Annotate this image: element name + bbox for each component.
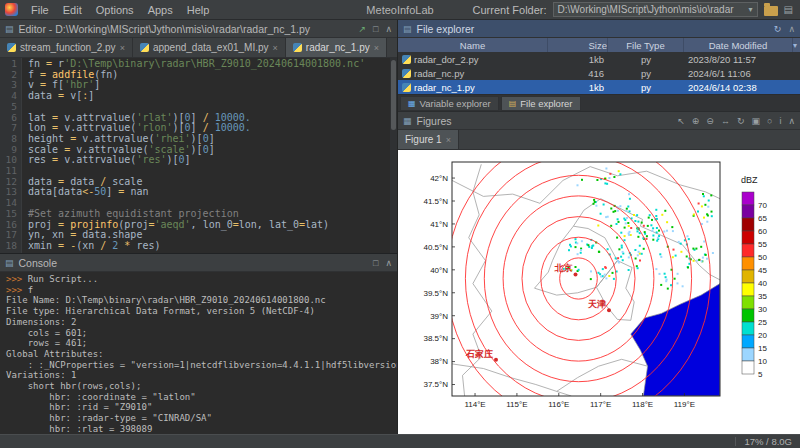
code-token: )[ [191,144,203,155]
column-header-date-modified[interactable]: Date Modified [684,38,793,52]
close-icon[interactable]: × [374,43,379,53]
close-icon[interactable]: × [120,43,125,53]
menu-options[interactable]: Options [89,0,141,20]
refresh-icon[interactable]: ↻ [774,24,782,34]
radar-echo [670,284,672,286]
maximize-panel-icon[interactable]: □ [373,258,378,268]
console-line: hbr: :radar-type = "CINRAD/SA" [6,413,397,424]
code-token: ] [191,122,203,133]
file-type-cell: py [608,66,684,80]
file-row-radar_nc.py[interactable]: radar_nc.py416py2024/6/1 11:06 [398,66,800,80]
chevron-down-icon[interactable]: ▾ [749,5,753,14]
zoom-out-icon[interactable]: ⊖ [706,116,714,126]
rotate-icon[interactable]: ↻ [737,116,745,126]
code-token: )[ [167,154,179,165]
code-token: = [58,176,70,187]
radar-echo [674,278,676,280]
collapse-panel-icon[interactable]: ∧ [385,24,392,34]
x-tick-label: 116°E [548,400,569,409]
x-tick-label: 119°E [674,400,695,409]
radar-echo [628,269,630,271]
colorbar-cell [742,244,754,257]
table-settings-icon[interactable]: ▾ [793,41,800,50]
figure-canvas[interactable]: 北京天津石家庄114°E115°E116°E117°E118°E119°E42°… [398,150,800,434]
editor-title-bar: ▤ Editor - D:\Working\MIScript\Jython\mi… [0,20,397,38]
radar-echo [693,214,695,216]
collapse-panel-icon[interactable]: ∧ [788,24,795,34]
code-token: = [70,229,82,240]
radar-echo [575,246,577,248]
code-token: height [28,133,70,144]
file-row-radar_dor_2.py[interactable]: radar_dor_2.py1kbpy2023/8/20 11:57 [398,52,800,66]
info-icon[interactable]: i [779,116,781,126]
editor-tab-append_data_ex01_MI.py[interactable]: append_data_ex01_MI.py× [133,38,286,57]
radar-echo [664,273,666,275]
file-size-cell: 1kb [548,52,608,66]
x-tick-label: 118°E [632,400,653,409]
radar-echo [650,224,652,226]
run-script-icon[interactable]: ↗ [358,24,366,34]
open-folder-icon[interactable] [764,6,778,16]
zoom-in-icon[interactable]: ⊕ [692,116,700,126]
code-token: = [52,154,64,165]
full-extent-icon[interactable]: ▣ [751,116,760,126]
console-panel-icon: ▤ [5,258,14,268]
editor-scrollbar-thumb[interactable] [391,60,396,130]
collapse-panel-icon[interactable]: ∧ [788,116,795,126]
panel-tab-file-explorer[interactable]: ▤File explorer [501,96,581,111]
city-label: 天津 [587,299,606,309]
column-header-file-type[interactable]: File Type [608,38,684,52]
collapse-panel-icon[interactable]: ∧ [385,258,392,268]
column-header-size[interactable]: Size [548,38,608,52]
radar-echo [616,223,618,225]
radar-echo [568,249,570,251]
radar-echo [587,244,589,246]
file-size-cell: 1kb [548,80,608,94]
code-token: projinfo [70,219,118,230]
radar-echo [665,276,667,278]
file-row-radar_nc_1.py[interactable]: radar_nc_1.py1kbpy2024/6/14 02:38 [398,80,800,94]
radar-echo [593,203,595,205]
editor-tab-radar_nc_1.py[interactable]: radar_nc_1.py× [286,38,387,57]
panel-tab-variable-explorer[interactable]: ▦Variable explorer [400,96,499,111]
memory-indicator[interactable]: 17% / 8.0G [744,436,792,447]
code-token: = [52,122,64,133]
y-tick-label: 39.5°N [423,289,448,298]
y-tick-label: 39°N [430,312,448,321]
colorbar-cell [742,309,754,322]
editor-tab-stream_function_2.py[interactable]: stream_function_2.py× [0,38,133,57]
code-area[interactable]: 123456789101112131415161718 fn = r'D:\Te… [0,58,397,253]
radar-echo [621,245,623,247]
editor-scrollbar[interactable] [390,58,397,253]
menu-help[interactable]: Help [180,0,217,20]
radar-echo [667,288,669,290]
code-token: fn [28,58,46,69]
code-token: / [203,122,215,133]
menu-edit[interactable]: Edit [56,0,89,20]
colorbar-cell [742,335,754,348]
close-icon[interactable]: × [273,43,278,53]
column-header-name[interactable]: Name [398,38,548,52]
radar-echo [604,266,606,268]
code-token: addfile [52,69,94,80]
radar-echo [692,248,694,250]
identify-icon[interactable]: ○ [767,116,772,126]
code-lines[interactable]: fn = r'D:\Temp\binary\radar\HBR_Z9010_20… [22,58,397,253]
colorbar-tick-label: 45 [758,266,767,275]
menu-apps[interactable]: Apps [141,0,180,20]
select-arrow-icon[interactable]: ↖ [677,116,685,126]
maximize-panel-icon[interactable]: □ [373,24,378,34]
code-token: , lon_0 [191,219,233,230]
menu-file[interactable]: File [24,0,56,20]
radar-echo [598,272,600,274]
current-folder-combobox[interactable]: D:\Working\MIScript\Jython\mis\io\radar … [553,2,758,17]
panel-menu-icon[interactable]: ▤ [784,4,793,15]
close-icon[interactable]: × [446,135,451,145]
pan-icon[interactable]: ↔ [721,116,730,126]
code-token: proj [28,219,58,230]
tab-figure-1[interactable]: Figure 1 × [398,130,459,149]
radar-echo [636,214,638,216]
radar-echo [688,263,690,265]
console-output[interactable]: >>> Run Script...>>> fFile Name: D:\Temp… [0,272,397,434]
code-token: v[ [70,90,82,101]
